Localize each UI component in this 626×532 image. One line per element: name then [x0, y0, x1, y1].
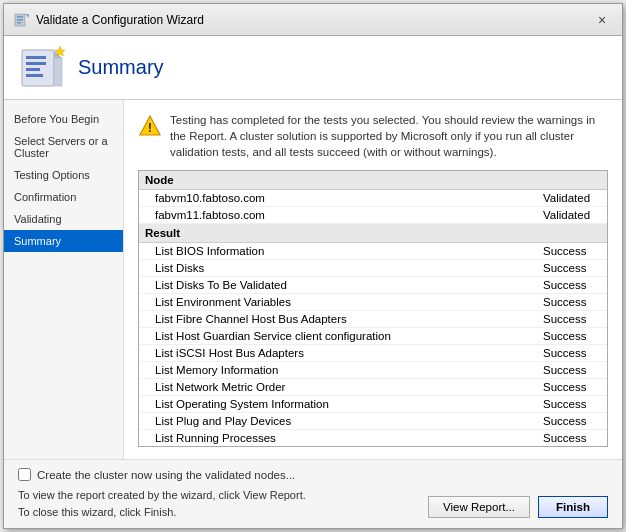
svg-rect-2	[17, 19, 23, 21]
row-status: Success	[527, 328, 607, 345]
footer-info-line2: To close this wizard, click Finish.	[18, 504, 306, 521]
row-name: List Disks	[139, 260, 527, 277]
row-name: fabvm10.fabtoso.com	[139, 190, 527, 207]
table-row: List iSCSI Host Bus AdaptersSuccess	[139, 345, 607, 362]
row-name: List BIOS Information	[139, 243, 527, 260]
row-name: List Running Processes	[139, 430, 527, 447]
table-row: List Environment VariablesSuccess	[139, 294, 607, 311]
footer-buttons: View Report... Finish	[428, 496, 608, 520]
finish-button[interactable]: Finish	[538, 496, 608, 518]
row-name: List Disks To Be Validated	[139, 277, 527, 294]
row-name: List Operating System Information	[139, 396, 527, 413]
row-name: List Plug and Play Devices	[139, 413, 527, 430]
results-table-container[interactable]: Nodefabvm10.fabtoso.comValidatedfabvm11.…	[138, 170, 608, 447]
footer-info-line1: To view the report created by the wizard…	[18, 487, 306, 504]
table-row: List Network Metric OrderSuccess	[139, 379, 607, 396]
svg-rect-9	[26, 62, 46, 65]
row-name: List iSCSI Host Bus Adapters	[139, 345, 527, 362]
row-status: Success	[527, 311, 607, 328]
warning-text: Testing has completed for the tests you …	[170, 112, 608, 160]
footer-info: To view the report created by the wizard…	[18, 487, 306, 520]
row-name: List Host Guardian Service client config…	[139, 328, 527, 345]
row-status: Success	[527, 345, 607, 362]
row-status: Success	[527, 430, 607, 447]
svg-rect-11	[26, 74, 43, 77]
row-status: Success	[527, 260, 607, 277]
svg-rect-1	[17, 16, 23, 18]
svg-text:!: !	[148, 120, 152, 135]
row-name: List Fibre Channel Host Bus Adapters	[139, 311, 527, 328]
row-name: List Network Metric Order	[139, 379, 527, 396]
title-bar-left: Validate a Configuration Wizard	[14, 12, 204, 28]
checkbox-label[interactable]: Create the cluster now using the validat…	[37, 469, 295, 481]
svg-rect-7	[54, 58, 62, 86]
footer-bottom: To view the report created by the wizard…	[18, 487, 608, 520]
table-row: List Disks To Be ValidatedSuccess	[139, 277, 607, 294]
header-icon	[18, 44, 66, 92]
svg-marker-4	[25, 14, 29, 18]
table-section-header: Result	[139, 224, 607, 243]
warning-box: ! Testing has completed for the tests yo…	[138, 112, 608, 160]
sidebar-item-select-servers[interactable]: Select Servers or a Cluster	[4, 130, 123, 164]
table-row: List Plug and Play DevicesSuccess	[139, 413, 607, 430]
row-status: Success	[527, 243, 607, 260]
table-row: List Fibre Channel Host Bus AdaptersSucc…	[139, 311, 607, 328]
svg-rect-10	[26, 68, 40, 71]
row-name: fabvm11.fabtoso.com	[139, 207, 527, 224]
create-cluster-checkbox[interactable]	[18, 468, 31, 481]
view-report-button[interactable]: View Report...	[428, 496, 530, 518]
row-name: List Memory Information	[139, 362, 527, 379]
sidebar-item-testing-options[interactable]: Testing Options	[4, 164, 123, 186]
table-section-header: Node	[139, 171, 607, 190]
sidebar-item-summary[interactable]: Summary	[4, 230, 123, 252]
header-wizard-icon	[18, 44, 66, 92]
row-status: Success	[527, 379, 607, 396]
table-row: List BIOS InformationSuccess	[139, 243, 607, 260]
table-row: List Operating System InformationSuccess	[139, 396, 607, 413]
footer-section: Create the cluster now using the validat…	[4, 459, 622, 528]
sidebar-item-confirmation[interactable]: Confirmation	[4, 186, 123, 208]
page-title: Summary	[78, 56, 164, 79]
table-row: List Host Guardian Service client config…	[139, 328, 607, 345]
svg-rect-3	[17, 22, 21, 24]
warning-icon: !	[138, 114, 162, 138]
table-row: List Memory InformationSuccess	[139, 362, 607, 379]
row-status: Success	[527, 413, 607, 430]
checkbox-row: Create the cluster now using the validat…	[18, 468, 608, 481]
title-bar: Validate a Configuration Wizard ×	[4, 4, 622, 36]
sidebar: Before You Begin Select Servers or a Clu…	[4, 100, 124, 459]
close-button[interactable]: ×	[592, 10, 612, 30]
row-status: Success	[527, 294, 607, 311]
content-area: ! Testing has completed for the tests yo…	[124, 100, 622, 459]
row-status: Success	[527, 277, 607, 294]
results-table: Nodefabvm10.fabtoso.comValidatedfabvm11.…	[139, 171, 607, 447]
row-status: Validated	[527, 190, 607, 207]
sidebar-item-before-begin[interactable]: Before You Begin	[4, 108, 123, 130]
row-status: Validated	[527, 207, 607, 224]
sidebar-item-validating[interactable]: Validating	[4, 208, 123, 230]
main-content: Before You Begin Select Servers or a Clu…	[4, 100, 622, 459]
row-name: List Environment Variables	[139, 294, 527, 311]
svg-rect-8	[26, 56, 46, 59]
header-section: Summary	[4, 36, 622, 100]
table-row: List Running ProcessesSuccess	[139, 430, 607, 447]
dialog-window: Validate a Configuration Wizard × Summar…	[3, 3, 623, 529]
row-status: Success	[527, 396, 607, 413]
table-row: fabvm11.fabtoso.comValidated	[139, 207, 607, 224]
table-row: fabvm10.fabtoso.comValidated	[139, 190, 607, 207]
table-row: List DisksSuccess	[139, 260, 607, 277]
wizard-icon	[14, 12, 30, 28]
window-title: Validate a Configuration Wizard	[36, 13, 204, 27]
row-status: Success	[527, 362, 607, 379]
